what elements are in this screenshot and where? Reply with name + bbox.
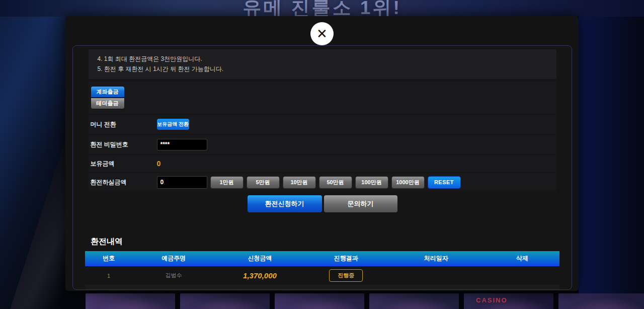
inquiry-button[interactable]: 문의하기 [324, 195, 397, 212]
notice-box: 4. 1회 최대 환전금액은 3천만원입니다. 5. 환전 후 재환전 시 1시… [89, 49, 556, 79]
quick-amount-50k[interactable]: 5만원 [247, 176, 280, 189]
page: 유메 진룰소 1위! CASINO ✕ 4. 1회 최대 환전금액은 3천만원입… [0, 0, 644, 309]
col-header-name: 예금주명 [132, 254, 215, 263]
quick-amount-1m[interactable]: 100만원 [355, 176, 388, 189]
game-thumbnail-row: CASINO [86, 293, 644, 309]
password-row: 환전 비밀번호 [89, 135, 556, 154]
quick-amount-10k[interactable]: 1만원 [210, 176, 244, 189]
background-banner: 유메 진룰소 1위! [0, 0, 644, 17]
withdraw-type-row: 계좌출금 테더출금 [89, 82, 556, 114]
col-header-status: 진행결과 [305, 254, 387, 263]
amount-label: 환전하실금액 [89, 178, 157, 187]
table-tail-strip [85, 286, 559, 290]
status-in-progress-button[interactable]: 진행중 [329, 269, 363, 282]
withdraw-modal: ✕ 4. 1회 최대 환전금액은 3천만원입니다. 5. 환전 후 재환전 시 … [65, 16, 579, 291]
game-thumbnail [86, 293, 175, 309]
history-table: 번호 예금주명 신청금액 진행결과 처리일자 삭제 1 김범수 1,370,00… [85, 251, 559, 285]
history-table-header: 번호 예금주명 신청금액 진행결과 처리일자 삭제 [85, 251, 559, 266]
quick-amount-500k[interactable]: 50만원 [319, 176, 352, 189]
col-header-amount: 신청금액 [215, 254, 304, 263]
close-icon[interactable]: ✕ [310, 22, 334, 45]
col-header-no: 번호 [85, 254, 132, 263]
col-header-date: 처리일자 [387, 254, 485, 263]
action-buttons: 환전신청하기 문의하기 [73, 195, 572, 212]
withdraw-type-tabs: 계좌출금 테더출금 [91, 86, 125, 109]
col-header-delete: 삭제 [485, 254, 559, 263]
withdraw-panel: 4. 1회 최대 환전금액은 3천만원입니다. 5. 환전 후 재환전 시 1시… [72, 45, 572, 290]
notice-line: 5. 환전 후 재환전 시 1시간 뒤 환전 가능합니다. [98, 64, 556, 74]
cell-amount: 1,370,000 [215, 271, 304, 280]
amount-row: 환전하실금액 1만원 5만원 10만원 50만원 100만원 1000만원 RE… [89, 173, 556, 191]
game-thumbnail [558, 293, 644, 309]
convert-balance-button[interactable]: 보유금액 전환 [157, 119, 189, 130]
history-table-row: 1 김범수 1,370,000 진행중 [85, 266, 559, 285]
game-thumbnail-casino: CASINO [464, 293, 553, 309]
cell-name: 김범수 [132, 272, 215, 279]
game-thumbnail [180, 293, 270, 309]
history-title: 환전내역 [91, 237, 572, 247]
background-banner-text: 유메 진룰소 1위! [0, 0, 644, 17]
quick-amount-10m[interactable]: 1000만원 [391, 176, 425, 189]
reset-button[interactable]: RESET [428, 176, 461, 189]
casino-label: CASINO [476, 296, 508, 304]
notice-line: 4. 1회 최대 환전금액은 3천만원입니다. [98, 54, 556, 64]
balance-label: 보유금액 [89, 160, 157, 168]
password-label: 환전 비밀번호 [89, 140, 157, 149]
cell-status: 진행중 [305, 269, 387, 282]
tab-tether-withdraw[interactable]: 테더출금 [91, 98, 125, 109]
balance-row: 보유금액 0 [89, 155, 556, 172]
money-convert-row: 머니 전환 보유금액 전환 [89, 115, 556, 134]
quick-amount-100k[interactable]: 10만원 [283, 176, 316, 189]
tab-account-withdraw[interactable]: 계좌출금 [91, 86, 125, 98]
withdraw-amount-input[interactable] [157, 176, 207, 189]
background-right-decor [579, 0, 644, 309]
money-convert-label: 머니 전환 [89, 120, 157, 129]
cell-no: 1 [85, 273, 132, 279]
withdraw-password-input[interactable] [157, 139, 207, 150]
game-thumbnail [369, 293, 459, 309]
balance-value: 0 [157, 160, 161, 168]
game-thumbnail [275, 293, 364, 309]
submit-withdraw-button[interactable]: 환전신청하기 [248, 195, 322, 212]
